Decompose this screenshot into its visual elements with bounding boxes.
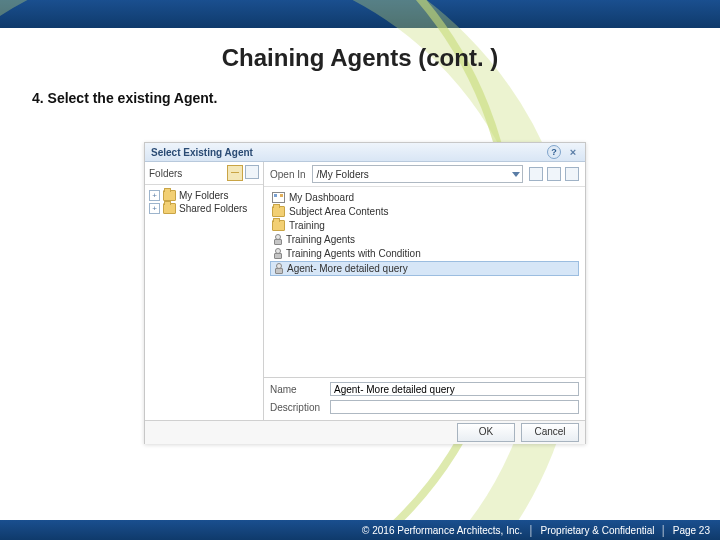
tree-item-shared-folders[interactable]: + Shared Folders <box>149 202 259 215</box>
open-in-label: Open In <box>270 169 306 180</box>
description-label: Description <box>270 402 324 413</box>
new-folder-icon[interactable] <box>547 167 561 181</box>
list-label: Training Agents with Condition <box>286 248 421 259</box>
help-icon[interactable]: ? <box>547 145 561 159</box>
list-label: Subject Area Contents <box>289 206 389 217</box>
copyright-text: © 2016 Performance Architects, Inc. <box>362 525 522 536</box>
chevron-down-icon <box>512 172 520 177</box>
tree-label: Shared Folders <box>179 203 247 214</box>
cancel-button[interactable]: Cancel <box>521 423 579 442</box>
agent-icon <box>273 263 283 274</box>
close-icon[interactable]: × <box>567 146 579 158</box>
page-number: Page 23 <box>673 525 710 536</box>
list-label: Training Agents <box>286 234 355 245</box>
list-item[interactable]: My Dashboard <box>270 191 579 204</box>
tree-label: My Folders <box>179 190 228 201</box>
dialog-header: Select Existing Agent ? × <box>145 143 585 162</box>
separator: │ <box>660 525 666 536</box>
name-label: Name <box>270 384 324 395</box>
select-existing-agent-dialog: Select Existing Agent ? × Folders + My F… <box>144 142 586 444</box>
dialog-footer: OK Cancel <box>145 420 585 444</box>
view-list-icon[interactable] <box>565 167 579 181</box>
expand-icon[interactable]: + <box>149 190 160 201</box>
slide-title: Chaining Agents (cont. ) <box>0 44 720 72</box>
name-description-panel: Name Description <box>264 377 585 420</box>
folders-pane: Folders + My Folders + Shared Folders <box>145 162 264 420</box>
top-decorative-bar <box>0 0 720 28</box>
open-in-bar: Open In /My Folders <box>264 162 585 187</box>
folder-action-icon[interactable] <box>245 165 259 179</box>
list-item[interactable]: Training Agents <box>270 233 579 246</box>
name-field[interactable] <box>330 382 579 396</box>
list-label: My Dashboard <box>289 192 354 203</box>
expand-icon[interactable]: + <box>149 203 160 214</box>
slide-footer: © 2016 Performance Architects, Inc. │ Pr… <box>0 520 720 540</box>
description-field[interactable] <box>330 400 579 414</box>
folder-icon <box>163 203 176 214</box>
list-item-selected[interactable]: Agent- More detailed query <box>270 261 579 276</box>
folder-tree: + My Folders + Shared Folders <box>145 185 263 219</box>
file-listing: My Dashboard Subject Area Contents Train… <box>264 187 585 377</box>
folders-label: Folders <box>149 168 182 179</box>
ok-button[interactable]: OK <box>457 423 515 442</box>
dashboard-icon <box>272 192 285 203</box>
folder-icon <box>272 206 285 217</box>
list-item[interactable]: Training Agents with Condition <box>270 247 579 260</box>
list-item[interactable]: Subject Area Contents <box>270 205 579 218</box>
separator: │ <box>528 525 534 536</box>
list-label: Training <box>289 220 325 231</box>
step-instruction: 4. Select the existing Agent. <box>32 90 217 106</box>
folder-icon <box>163 190 176 201</box>
folder-tree-icon[interactable] <box>227 165 243 181</box>
open-in-select[interactable]: /My Folders <box>312 165 523 183</box>
up-folder-icon[interactable] <box>529 167 543 181</box>
list-label: Agent- More detailed query <box>287 263 408 274</box>
list-item[interactable]: Training <box>270 219 579 232</box>
open-in-value: /My Folders <box>317 169 369 180</box>
agent-icon <box>272 234 282 245</box>
confidential-text: Proprietary & Confidential <box>541 525 655 536</box>
folder-icon <box>272 220 285 231</box>
agent-icon <box>272 248 282 259</box>
dialog-title: Select Existing Agent <box>151 147 253 158</box>
